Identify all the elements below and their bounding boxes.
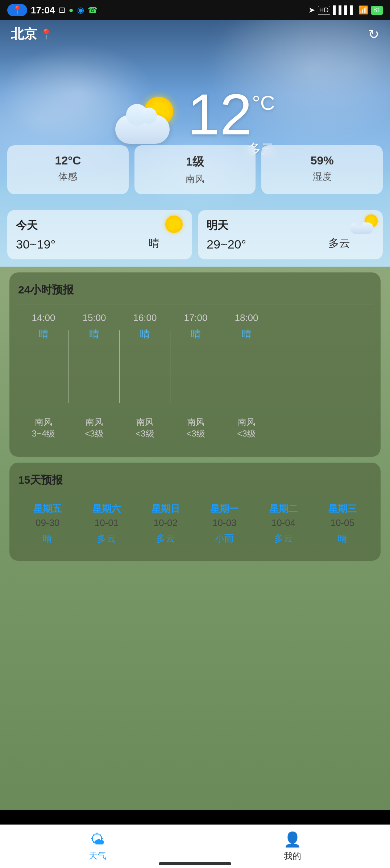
day-weather-4: 多云 [254,532,313,545]
hourly-level-1: <3级 [85,428,103,439]
info-cards-row: 12°C 体感 1级 南风 59% 湿度 [7,145,383,194]
humidity-card: 59% 湿度 [261,145,383,194]
day-date-4: 10-04 [254,517,313,529]
status-time: 17:04 [31,5,55,16]
weather-header: 北京 📍 ↻ 12 °C 多云 12°C 体感 1级 南 [0,20,390,267]
location-pill: 📍 [7,4,27,16]
fifteen-day-header: 星期五 09-30 晴 星期六 10-01 多云 星期日 10-02 多云 星期… [18,502,372,545]
hourly-item: 16:00 晴 南风 <3级 [120,312,170,447]
refresh-button[interactable]: ↻ [368,27,379,42]
hourly-time-0: 14:00 [32,312,55,324]
battery-icon: 81 [371,6,383,15]
hourly-wind-3: 南风 [187,416,204,428]
hourly-weather-2: 晴 [140,327,150,341]
tomorrow-card: 明天 29~20° 多云 [198,210,383,259]
day-weather-2: 多云 [136,532,195,545]
status-left: 📍 17:04 ⊡ ● ◉ ☎ [7,4,98,16]
hourly-time-2: 16:00 [133,312,157,324]
tomorrow-label: 明天 [207,218,374,233]
mine-nav-icon: 👤 [283,831,302,848]
city-location-icon: 📍 [40,28,53,40]
temperature-value: 12 [188,85,252,143]
hourly-time-1: 15:00 [82,312,106,324]
wind-value: 1级 [140,154,250,170]
nav-mine[interactable]: 👤 我的 [262,827,323,865]
weather-nav-label: 天气 [89,850,106,861]
bottom-nav: 🌤 天气 👤 我的 [0,825,390,868]
hourly-item: 14:00 晴 南风 3~4级 [18,312,69,447]
hourly-level-3: <3级 [186,428,205,439]
status-icons: ➤ HD ▌▌▌▌ 📶 81 [308,5,383,15]
header-top: 北京 📍 ↻ [0,25,390,43]
feels-like-value: 12°C [13,154,123,167]
today-tomorrow-row: 今天 30~19° 晴 明天 29~20° 多云 [7,210,383,259]
home-indicator [159,862,231,865]
today-sun-icon [165,216,183,233]
location-dot-icon: 📍 [12,5,22,15]
hourly-weather-3: 晴 [191,327,201,341]
feels-like-card: 12°C 体感 [7,145,129,194]
today-label: 今天 [16,218,183,233]
day-date-0: 09-30 [18,517,77,529]
day-col-2: 星期日 10-02 多云 [136,502,195,545]
day-weekday-5: 星期三 [313,502,372,515]
tomorrow-icon [350,214,379,235]
day-date-1: 10-01 [77,517,136,529]
fifteen-day-divider [18,495,372,495]
day-date-3: 10-03 [195,517,254,529]
day-weather-0: 晴 [18,532,77,545]
status-bar: 📍 17:04 ⊡ ● ◉ ☎ ➤ HD ▌▌▌▌ 📶 81 [0,0,390,20]
hourly-title: 24小时预报 [18,283,381,297]
hourly-weather-1: 晴 [89,327,99,341]
today-icon [159,214,188,235]
day-weather-1: 多云 [77,532,136,545]
hourly-wind-2: 南风 [136,416,154,428]
app-icon-1: ● [69,5,74,15]
day-col-3: 星期一 10-03 小雨 [195,502,254,545]
tomorrow-weather: 多云 [328,236,350,251]
day-weekday-1: 星期六 [77,502,136,515]
hourly-item: 17:00 晴 南风 <3级 [170,312,221,447]
day-weekday-0: 星期五 [18,502,77,515]
today-card: 今天 30~19° 晴 [7,210,192,259]
cloud-icon [115,115,170,144]
nav-weather[interactable]: 🌤 天气 [67,828,128,865]
app-icon-2: ◉ [77,5,84,15]
day-date-5: 10-05 [313,517,372,529]
hourly-level-4: <3级 [237,428,256,439]
today-weather: 晴 [149,236,159,251]
humidity-label: 湿度 [313,171,332,182]
hourly-wind-0: 南风 [35,416,52,428]
screen-record-icon: ⊡ [59,5,65,15]
hourly-level-2: <3级 [136,428,154,439]
signal-icon: ▌▌▌▌ [333,5,356,15]
mine-nav-label: 我的 [284,850,301,862]
hourly-divider [18,305,372,305]
tomorrow-cloud-part [350,222,373,234]
hd-icon: HD [318,6,330,15]
wind-card: 1级 南风 [134,145,256,194]
weather-nav-icon: 🌤 [90,831,105,848]
day-weather-3: 小雨 [195,532,254,545]
hourly-item: 15:00 晴 南风 <3级 [69,312,120,447]
wind-label: 南风 [186,174,204,184]
day-weekday-3: 星期一 [195,502,254,515]
day-weekday-2: 星期日 [136,502,195,515]
day-date-2: 10-02 [136,517,195,529]
fifteen-day-card: 15天预报 星期五 09-30 晴 星期六 10-01 多云 星期日 10-02… [9,463,381,561]
hourly-item: 18:00 晴 南风 <3级 [221,312,272,447]
app-icon-3: ☎ [88,5,98,15]
hourly-scroll[interactable]: 14:00 晴 南风 3~4级 15:00 晴 南风 <3级 16:00 晴 南… [18,312,381,447]
hourly-weather-4: 晴 [241,327,252,341]
main-weather-icon [115,97,181,147]
hourly-wind-1: 南风 [86,416,103,428]
tomorrow-cloud-sun-icon [350,214,379,235]
humidity-value: 59% [267,154,377,167]
day-weather-5: 晴 [313,532,372,545]
feels-like-label: 体感 [58,171,77,182]
hourly-level-0: 3~4级 [32,428,55,439]
hourly-forecast-card: 24小时预报 14:00 晴 南风 3~4级 15:00 晴 南风 <3级 16… [9,272,381,457]
hourly-weather-0: 晴 [38,327,49,341]
day-weekday-4: 星期二 [254,502,313,515]
temperature-unit: °C [252,85,275,113]
